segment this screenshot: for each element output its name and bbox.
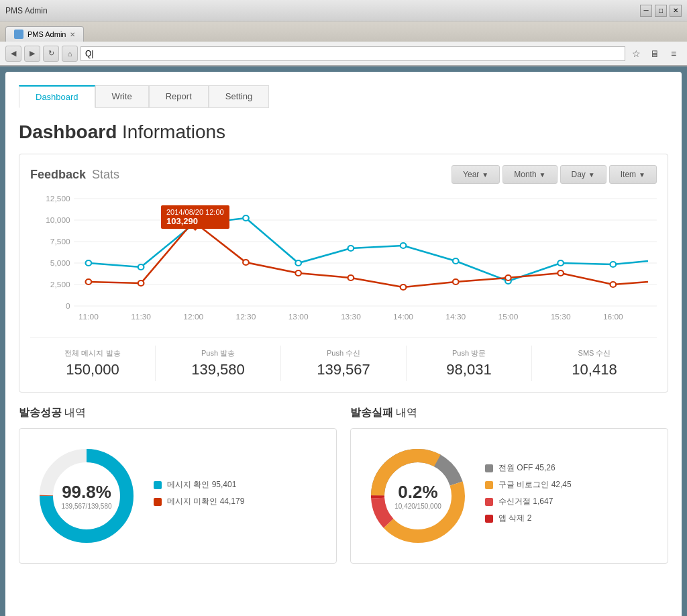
tab-setting[interactable]: Setting [209,85,269,108]
stat-push-visit: Push 방문 98,031 [407,346,532,381]
svg-text:15:00: 15:00 [498,313,519,320]
main-area: Dashboard Write Report Setting Dashboard… [0,66,687,616]
stat-value-sms: 10,418 [537,361,651,378]
svg-point-33 [610,262,616,267]
success-legend-color-0 [154,481,162,489]
svg-point-27 [295,260,301,266]
svg-point-35 [138,280,144,286]
title-bar: PMS Admin ─ □ ✕ [0,0,687,21]
success-legend-item-0: 메시지 확인 95,401 [154,479,323,491]
filter-year[interactable]: Year ▼ [452,165,500,184]
line-chart: 2014/08/20 12:00 103,290 12,500 10,000 7… [30,192,657,326]
filter-month[interactable]: Month ▼ [503,165,557,184]
failure-panel-title: 발송실패 내역 [350,406,668,420]
tab-write[interactable]: Write [95,85,149,108]
svg-point-37 [243,260,249,265]
chevron-down-icon: ▼ [639,171,645,178]
chevron-down-icon: ▼ [482,171,488,178]
svg-text:5,000: 5,000 [50,259,70,266]
failure-legend-item-3: 앱 삭제 2 [485,513,654,524]
chevron-down-icon: ▼ [539,171,546,178]
failure-donut-panel: 0.2% 10,420/150,000 전원 OFF 45,26 구글 비로그인… [350,428,668,564]
svg-text:11:30: 11:30 [131,313,151,320]
failure-percentage: 0.2% [394,482,441,503]
tab-report[interactable]: Report [149,85,209,108]
svg-text:12,500: 12,500 [46,195,70,202]
browser-tab-label: PMS Admin [28,30,66,38]
success-donut-center: 99.8% 139,567/139,580 [61,482,111,510]
svg-text:0: 0 [66,302,70,309]
svg-text:16:00: 16:00 [603,313,623,320]
failure-legend-item-2: 수신거절 1,647 [485,496,654,507]
browser-chrome: PMS Admin ─ □ ✕ PMS Admin ✕ ◀ ▶ ↻ ⌂ ☆ 🖥 … [0,0,687,66]
svg-text:12:30: 12:30 [236,313,256,320]
svg-point-24 [138,264,144,270]
failure-legend-label-0: 전원 OFF 45,26 [498,462,556,474]
svg-point-26 [243,215,249,221]
filter-day[interactable]: Day ▼ [560,165,606,184]
filter-buttons: Year ▼ Month ▼ Day ▼ Item ▼ [452,165,657,184]
refresh-button[interactable]: ↻ [43,46,59,62]
failure-donut-chart: 0.2% 10,420/150,000 [364,442,472,550]
tooltip-date: 2014/08/20 12:00 [166,208,224,216]
address-input[interactable] [81,46,625,61]
failure-legend-color-0 [485,464,493,472]
stat-push-recv: Push 수신 139,567 [281,346,407,381]
filter-item[interactable]: Item ▼ [609,165,657,184]
success-fraction: 139,567/139,580 [61,503,111,510]
stat-push-send: Push 발송 139,580 [156,346,281,381]
svg-text:14:30: 14:30 [445,313,466,320]
success-legend: 메시지 확인 95,401 메시지 미확인 44,179 [154,479,323,513]
back-button[interactable]: ◀ [5,46,21,62]
svg-text:15:30: 15:30 [551,313,571,320]
svg-point-40 [401,285,407,290]
content-panel: Dashboard Write Report Setting Dashboard… [5,72,682,616]
svg-point-44 [610,282,616,287]
minimize-button[interactable]: ─ [640,5,652,17]
stat-value-push-visit: 98,031 [412,361,526,378]
success-panel: 발송성공 내역 99.8% [19,406,337,564]
window-title: PMS Admin [5,6,640,15]
stats-header: Feedback Stats Year ▼ Month ▼ Day ▼ [30,165,657,184]
svg-text:14:00: 14:00 [393,313,413,320]
tab-dashboard[interactable]: Dashboard [19,85,95,108]
svg-point-43 [558,270,564,276]
failure-legend-color-1 [485,481,493,489]
svg-point-23 [86,260,92,266]
failure-legend-label-2: 수신거절 1,647 [498,496,553,507]
maximize-button[interactable]: □ [655,5,667,17]
success-legend-item-1: 메시지 미확인 44,179 [154,496,323,507]
monitor-icon[interactable]: 🖥 [647,46,663,62]
stat-value-push-send: 139,580 [161,361,275,378]
success-legend-label-0: 메시지 확인 95,401 [167,479,236,491]
svg-point-29 [401,243,407,248]
failure-legend-label-3: 앱 삭제 2 [498,513,531,524]
svg-text:13:00: 13:00 [288,313,309,320]
svg-point-42 [505,275,511,280]
bottom-panels: 발송성공 내역 99.8% [19,406,668,564]
app-tab-bar: Dashboard Write Report Setting [19,85,668,108]
failure-panel: 발송실패 내역 [350,406,668,564]
home-button[interactable]: ⌂ [62,46,78,62]
star-icon[interactable]: ☆ [628,46,644,62]
svg-text:7,500: 7,500 [50,238,70,245]
failure-legend-item-1: 구글 비로그인 42,45 [485,479,654,491]
stat-value-total: 150,000 [36,361,150,378]
menu-icon[interactable]: ≡ [666,46,682,62]
success-percentage: 99.8% [61,482,111,503]
svg-point-32 [558,260,564,266]
browser-tab[interactable]: PMS Admin ✕ [5,26,84,42]
stat-label-push-recv: Push 수신 [286,348,401,358]
browser-tab-bar: PMS Admin ✕ [0,21,687,42]
svg-text:2,500: 2,500 [50,280,70,288]
success-donut-panel: 99.8% 139,567/139,580 메시지 확인 95,401 메시지 … [19,428,337,564]
failure-fraction: 10,420/150,000 [394,503,441,510]
success-legend-color-1 [154,498,162,506]
failure-legend-color-2 [485,498,493,506]
tab-close-button[interactable]: ✕ [70,31,75,38]
close-button[interactable]: ✕ [670,5,682,17]
svg-point-34 [86,279,92,285]
forward-button[interactable]: ▶ [24,46,40,62]
chart-tooltip: 2014/08/20 12:00 103,290 [161,205,229,229]
svg-point-39 [348,275,354,280]
